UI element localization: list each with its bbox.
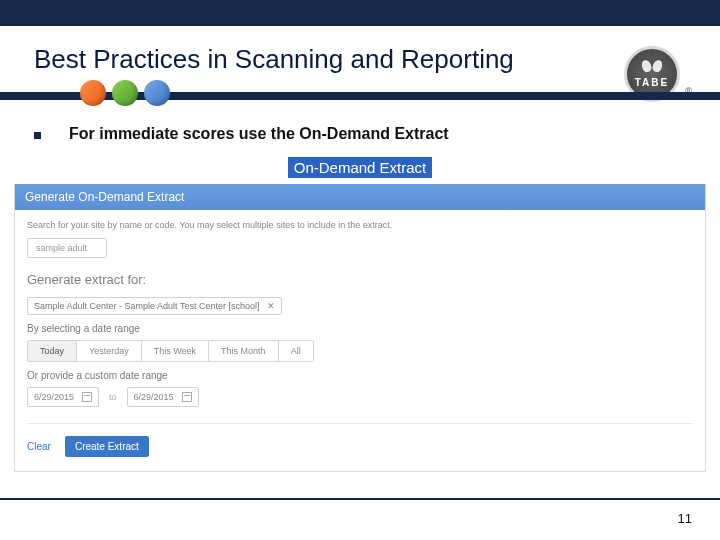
page-title: Best Practices in Scanning and Reporting bbox=[34, 44, 720, 75]
date-to-word: to bbox=[109, 392, 117, 402]
range-option-yesterday[interactable]: Yesterday bbox=[77, 340, 142, 362]
range-option-all[interactable]: All bbox=[279, 340, 314, 362]
selected-site-tag[interactable]: Sample Adult Center - Sample Adult Test … bbox=[27, 297, 282, 315]
close-icon[interactable]: ✕ bbox=[267, 301, 275, 311]
date-to-value: 6/29/2015 bbox=[134, 392, 174, 402]
date-to-input[interactable]: 6/29/2015 bbox=[127, 387, 199, 407]
circle-icon bbox=[80, 80, 106, 106]
bullet-item: For immediate scores use the On-Demand E… bbox=[0, 111, 720, 151]
custom-range-label: Or provide a custom date range bbox=[27, 370, 693, 381]
generate-heading: Generate extract for: bbox=[27, 272, 693, 287]
title-row: Best Practices in Scanning and Reporting bbox=[0, 26, 720, 85]
footer-rule bbox=[0, 498, 720, 500]
range-option-this-month[interactable]: This Month bbox=[209, 340, 279, 362]
panel-title: Generate On-Demand Extract bbox=[15, 184, 705, 210]
site-search-input[interactable]: sample adult bbox=[27, 238, 107, 258]
highlight-label: On-Demand Extract bbox=[288, 157, 433, 178]
panel-actions: Clear Create Extract bbox=[27, 436, 693, 457]
clear-link[interactable]: Clear bbox=[27, 441, 51, 452]
bullet-text: For immediate scores use the On-Demand E… bbox=[69, 125, 449, 143]
divider bbox=[27, 423, 693, 424]
selected-site-label: Sample Adult Center - Sample Adult Test … bbox=[34, 301, 259, 311]
create-extract-button[interactable]: Create Extract bbox=[65, 436, 149, 457]
extract-panel: Generate On-Demand Extract Search for yo… bbox=[14, 184, 706, 472]
range-option-today[interactable]: Today bbox=[27, 340, 77, 362]
custom-date-row: 6/29/2015 to 6/29/2015 bbox=[27, 387, 693, 407]
leaf-icon bbox=[643, 60, 661, 74]
panel-body: Search for your site by name or code. Yo… bbox=[15, 210, 705, 471]
date-range-pills: Today Yesterday This Week This Month All bbox=[27, 340, 693, 362]
by-range-label: By selecting a date range bbox=[27, 323, 693, 334]
slide: Best Practices in Scanning and Reporting… bbox=[0, 0, 720, 540]
top-bar bbox=[0, 0, 720, 26]
separator-band bbox=[0, 85, 720, 111]
calendar-icon[interactable] bbox=[182, 392, 192, 402]
range-option-this-week[interactable]: This Week bbox=[142, 340, 209, 362]
date-from-value: 6/29/2015 bbox=[34, 392, 74, 402]
circle-icon bbox=[112, 80, 138, 106]
decorative-circles bbox=[80, 80, 170, 106]
page-number: 11 bbox=[678, 511, 692, 526]
calendar-icon[interactable] bbox=[82, 392, 92, 402]
search-helper-text: Search for your site by name or code. Yo… bbox=[27, 220, 693, 230]
highlight-wrap: On-Demand Extract bbox=[0, 157, 720, 178]
date-from-input[interactable]: 6/29/2015 bbox=[27, 387, 99, 407]
bullet-icon bbox=[34, 132, 41, 139]
circle-icon bbox=[144, 80, 170, 106]
